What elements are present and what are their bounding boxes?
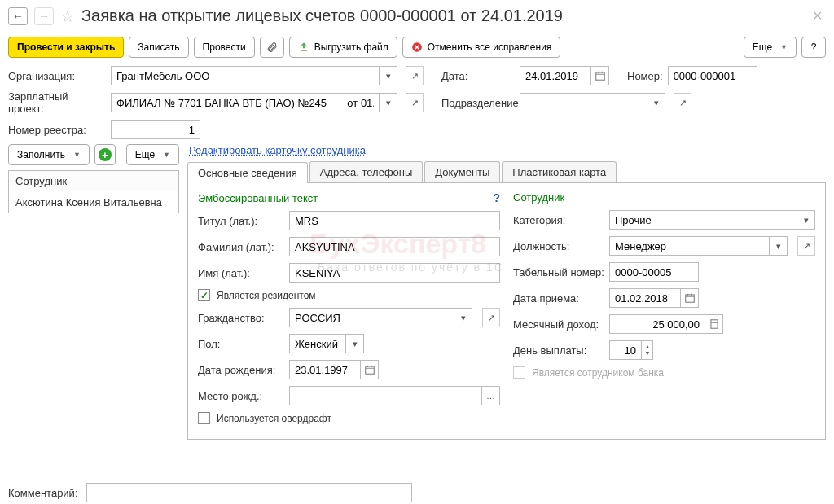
export-icon: [298, 42, 309, 53]
date-input[interactable]: [520, 66, 591, 85]
citizenship-label: Гражданство:: [198, 312, 283, 324]
department-label: Подразделение:: [441, 97, 515, 109]
surname-input[interactable]: [289, 237, 500, 256]
submit-and-close-button[interactable]: Провести и закрыть: [8, 37, 124, 58]
help-button[interactable]: ?: [801, 37, 826, 58]
birthplace-ellipsis-button[interactable]: …: [482, 386, 500, 405]
name-input[interactable]: [289, 263, 500, 283]
chevron-down-icon: ▼: [163, 151, 170, 159]
svg-rect-2: [365, 366, 374, 374]
title-input[interactable]: [289, 211, 500, 230]
comment-input[interactable]: [86, 483, 412, 502]
org-input[interactable]: [111, 66, 380, 85]
dob-calendar-button[interactable]: [361, 360, 379, 379]
employee-list-item[interactable]: Аксютина Ксения Витальевна: [8, 191, 179, 213]
project-input[interactable]: [111, 93, 380, 112]
name-label: Имя (лат.):: [198, 267, 283, 279]
overdraft-checkbox[interactable]: [198, 412, 210, 424]
submit-button[interactable]: Провести: [194, 37, 255, 58]
calendar-icon: [684, 292, 696, 304]
calendar-icon: [595, 70, 606, 81]
dob-label: Дата рождения:: [198, 364, 283, 376]
citizenship-open-button[interactable]: ↗: [482, 308, 500, 327]
attach-button[interactable]: [260, 37, 284, 58]
position-dropdown-button[interactable]: ▾: [770, 236, 788, 256]
payday-stepper[interactable]: ▴▾: [642, 340, 653, 360]
gender-input[interactable]: [289, 334, 346, 353]
category-dropdown-button[interactable]: ▾: [797, 210, 815, 230]
citizenship-dropdown-button[interactable]: ▾: [454, 308, 472, 327]
project-label: Зарплатный проект:: [8, 90, 106, 115]
category-label: Категория:: [513, 214, 603, 226]
income-label: Месячный доход:: [513, 318, 603, 331]
favorite-star-icon[interactable]: ☆: [60, 7, 75, 26]
org-open-button[interactable]: ↗: [406, 66, 424, 85]
tab-main-info[interactable]: Основные сведения: [187, 162, 308, 183]
cancel-fixes-label: Отменить все исправления: [428, 42, 552, 53]
add-button[interactable]: +: [94, 144, 116, 165]
project-dropdown-button[interactable]: ▾: [380, 93, 397, 112]
nav-forward[interactable]: →: [34, 7, 54, 25]
hire-date-input[interactable]: [609, 288, 681, 308]
payday-label: День выплаты:: [513, 344, 603, 357]
employee-column-header[interactable]: Сотрудник: [8, 170, 179, 191]
fill-button[interactable]: Заполнить ▼: [8, 144, 90, 165]
number-input[interactable]: [668, 66, 757, 85]
cancel-icon: [411, 42, 423, 53]
bank-employee-label: Является сотрудником банка: [532, 367, 664, 379]
resident-label: Является резидентом: [217, 290, 316, 301]
date-calendar-button[interactable]: [591, 66, 609, 85]
paperclip-icon: [266, 42, 278, 53]
edit-employee-link[interactable]: Редактировать карточку сотрудника: [189, 144, 366, 156]
overdraft-label: Используется овердрафт: [217, 413, 331, 424]
payday-input[interactable]: [609, 340, 642, 360]
position-open-button[interactable]: ↗: [797, 236, 815, 256]
date-label: Дата:: [441, 70, 515, 82]
surname-label: Фамилия (лат.):: [198, 241, 283, 253]
export-file-button[interactable]: Выгрузить файл: [289, 37, 397, 58]
tab-card[interactable]: Пластиковая карта: [502, 161, 617, 182]
gender-dropdown-button[interactable]: ▾: [346, 334, 364, 353]
project-open-button[interactable]: ↗: [406, 93, 424, 112]
resident-checkbox[interactable]: [198, 289, 210, 301]
more-label: Еще: [753, 42, 772, 53]
chevron-down-icon: ▼: [780, 43, 788, 51]
embossed-section-label: Эмбоссированный текст: [198, 192, 318, 204]
employee-section-label: Сотрудник: [513, 191, 564, 204]
tab-addresses[interactable]: Адреса, телефоны: [309, 161, 424, 182]
svg-rect-3: [685, 295, 694, 302]
registry-input[interactable]: [111, 120, 200, 139]
dob-input[interactable]: [289, 360, 361, 379]
income-calc-button[interactable]: [705, 314, 723, 334]
svg-rect-1: [595, 72, 604, 80]
close-icon[interactable]: ✕: [809, 5, 826, 27]
tab-documents[interactable]: Документы: [424, 161, 500, 182]
department-dropdown-button[interactable]: ▾: [647, 93, 665, 112]
bank-employee-checkbox: [513, 366, 525, 379]
plus-icon: +: [99, 148, 112, 161]
tab-number-input[interactable]: [609, 262, 699, 282]
hire-date-calendar-button[interactable]: [681, 288, 699, 308]
income-input[interactable]: [609, 314, 705, 334]
cancel-fixes-button[interactable]: Отменить все исправления: [402, 37, 561, 58]
hire-date-label: Дата приема:: [513, 292, 603, 305]
chevron-down-icon: ▼: [73, 151, 81, 159]
citizenship-input[interactable]: [289, 308, 454, 327]
position-input[interactable]: [609, 236, 770, 256]
more-button[interactable]: Еще ▼: [744, 37, 797, 58]
birthplace-input[interactable]: [289, 386, 482, 405]
nav-back[interactable]: ←: [8, 7, 28, 25]
department-input[interactable]: [520, 93, 647, 112]
position-label: Должность:: [513, 240, 603, 252]
department-open-button[interactable]: ↗: [674, 93, 691, 112]
save-button[interactable]: Записать: [129, 37, 188, 58]
page-title: Заявка на открытие лицевых счетов 0000-0…: [81, 7, 802, 25]
left-more-button[interactable]: Еще ▼: [126, 144, 179, 165]
category-input[interactable]: [609, 210, 797, 230]
number-label: Номер:: [627, 70, 663, 82]
help-icon[interactable]: ?: [493, 191, 500, 204]
org-label: Организация:: [8, 70, 106, 82]
birthplace-label: Место рожд.:: [198, 390, 283, 402]
org-dropdown-button[interactable]: ▾: [380, 66, 397, 85]
fill-label: Заполнить: [17, 149, 65, 160]
